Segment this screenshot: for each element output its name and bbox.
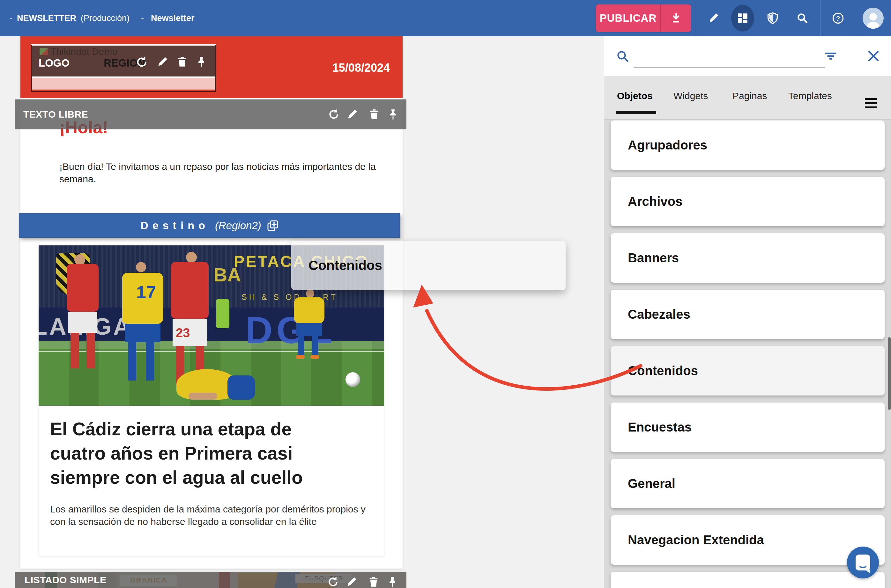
player-red-shirt xyxy=(171,262,209,319)
widgets-panel-button[interactable] xyxy=(731,0,754,36)
chat-bubble-icon xyxy=(856,555,870,570)
breadcrumb-page[interactable]: Newsletter xyxy=(151,14,194,23)
drag-ghost-contenidos[interactable]: Contenidos xyxy=(291,241,566,290)
widget-overlay-toolbar: Thikindot Demo LOGO REGION xyxy=(32,46,215,76)
player-leg xyxy=(128,342,136,381)
list-item-label: Encuestas xyxy=(611,402,885,452)
pencil-icon[interactable] xyxy=(156,56,169,68)
tab-templates[interactable]: Templates xyxy=(788,90,832,101)
top-bar: - NEWSLETTER (Producción) - Newsletter P… xyxy=(0,0,891,36)
player-figure xyxy=(306,290,314,298)
underlying-logo: Thikindot Demo xyxy=(39,46,117,57)
shield-icon xyxy=(766,12,779,24)
list-item-agrupadores[interactable]: Agrupadores xyxy=(611,120,885,170)
listado-simple-widget-bar[interactable]: GRANICA TUSQUETS LISTADO SIMPLE xyxy=(15,572,406,588)
download-button[interactable] xyxy=(661,4,691,32)
drag-ghost-label: Contenidos xyxy=(291,241,566,290)
player-shorts xyxy=(68,312,97,333)
list-item-label: Contenidos xyxy=(611,346,885,396)
jersey-number: 17 xyxy=(136,282,156,303)
publish-button[interactable]: PUBLICAR xyxy=(596,4,660,32)
logo-label: LOGO xyxy=(39,57,69,69)
widget-drop-strip xyxy=(32,78,215,90)
texto-libre-label: TEXTO LIBRE xyxy=(23,99,88,129)
pin-icon[interactable] xyxy=(195,56,207,68)
avatar xyxy=(862,8,883,28)
list-item-contenidos[interactable]: Contenidos xyxy=(611,346,885,396)
destino-region-drop-bar[interactable]: Destino (Region2) xyxy=(19,213,400,238)
newsletter-canvas: 15/08/2024 Thikindot Demo LOGO REGION xyxy=(20,36,403,568)
pin-icon[interactable] xyxy=(386,576,399,588)
player-red-shirt xyxy=(67,264,99,312)
active-tool-highlight xyxy=(731,5,754,32)
intro-paragraph: ¡Buen día! Te invitamos a un repaso por … xyxy=(59,160,410,185)
tab-widgets[interactable]: Widgets xyxy=(673,90,708,101)
newsletter-header-banner[interactable]: 15/08/2024 Thikindot Demo LOGO REGION xyxy=(20,36,403,98)
pencil-icon[interactable] xyxy=(346,108,358,120)
user-menu[interactable] xyxy=(862,0,885,36)
player-boot xyxy=(310,355,319,359)
destino-label: Destino xyxy=(140,219,209,232)
panel-scrollbar-thumb[interactable] xyxy=(888,337,891,410)
search-icon xyxy=(616,50,629,63)
menu-icon[interactable] xyxy=(865,98,877,111)
list-item-label: Navegacion Extendida xyxy=(611,515,885,565)
filter-icon[interactable] xyxy=(824,49,838,63)
pin-icon[interactable] xyxy=(387,108,399,120)
chat-launcher-button[interactable] xyxy=(847,547,879,579)
list-item-cabezales[interactable]: Cabezales xyxy=(611,290,885,339)
list-item-label: General xyxy=(611,459,885,508)
article-card[interactable]: PETACA CHICO SH & S OD E. RT BA LALIGA D… xyxy=(39,245,384,556)
trash-icon[interactable] xyxy=(368,108,380,120)
player-leg xyxy=(298,336,304,356)
player-leg xyxy=(146,342,154,381)
list-item-encuestas[interactable]: Encuestas xyxy=(611,402,885,452)
close-icon xyxy=(866,48,881,64)
football xyxy=(346,372,360,387)
player-shorts xyxy=(296,323,322,336)
search-button[interactable] xyxy=(791,0,814,36)
player-leg xyxy=(71,333,79,368)
newsletter-date: 15/08/2024 xyxy=(333,61,390,75)
security-button[interactable] xyxy=(761,0,784,36)
active-tab-underline xyxy=(616,111,656,114)
trash-icon[interactable] xyxy=(176,56,188,68)
refresh-icon[interactable] xyxy=(327,576,339,588)
download-icon xyxy=(670,12,682,24)
logo-region-widget-overlay[interactable]: Thikindot Demo LOGO REGION xyxy=(31,44,216,92)
kneeling-player-arms xyxy=(188,393,217,400)
publish-split-button[interactable]: PUBLICAR xyxy=(596,4,691,32)
destino-region-label: (Region2) xyxy=(215,220,261,232)
listado-simple-label: LISTADO SIMPLE xyxy=(24,574,106,585)
close-panel-button[interactable] xyxy=(866,48,881,64)
breadcrumb-app[interactable]: NEWSLETTER xyxy=(17,14,76,23)
list-item-archivos[interactable]: Archivos xyxy=(611,177,885,226)
player-figure xyxy=(186,252,197,262)
trash-icon[interactable] xyxy=(367,576,379,588)
steward-figure xyxy=(216,299,229,328)
list-item-label: Banners xyxy=(611,233,885,283)
pencil-icon[interactable] xyxy=(346,576,358,588)
list-item-partial[interactable] xyxy=(611,572,885,588)
tab-paginas[interactable]: Paginas xyxy=(733,90,767,101)
list-item-navegacion-extendida[interactable]: Navegacion Extendida xyxy=(611,515,885,565)
dashboard-grid-icon xyxy=(737,12,749,24)
refresh-icon[interactable] xyxy=(327,108,339,120)
list-item-general[interactable]: General xyxy=(611,459,885,508)
tab-objetos[interactable]: Objetos xyxy=(617,90,653,101)
help-button[interactable]: ? xyxy=(826,0,850,36)
list-item-banners[interactable]: Banners xyxy=(611,233,885,283)
panel-search-input[interactable] xyxy=(635,48,824,66)
player-figure xyxy=(74,254,85,265)
underlying-logo-text: Thikindot Demo xyxy=(50,46,117,57)
help-icon: ? xyxy=(832,12,844,24)
refresh-icon[interactable] xyxy=(135,56,147,69)
texto-libre-widget-bar[interactable]: TEXTO LIBRE xyxy=(15,99,406,129)
edit-mode-button[interactable] xyxy=(702,0,725,36)
panel-search-zone xyxy=(604,36,891,76)
breadcrumb: - NEWSLETTER (Producción) - Newsletter xyxy=(9,0,199,36)
article-headline: El Cádiz cierra una etapa de cuatro años… xyxy=(50,417,337,489)
image-placeholder-icon xyxy=(39,48,48,55)
player-shorts: 23 xyxy=(173,319,207,346)
breadcrumb-env: (Producción) xyxy=(81,14,129,23)
